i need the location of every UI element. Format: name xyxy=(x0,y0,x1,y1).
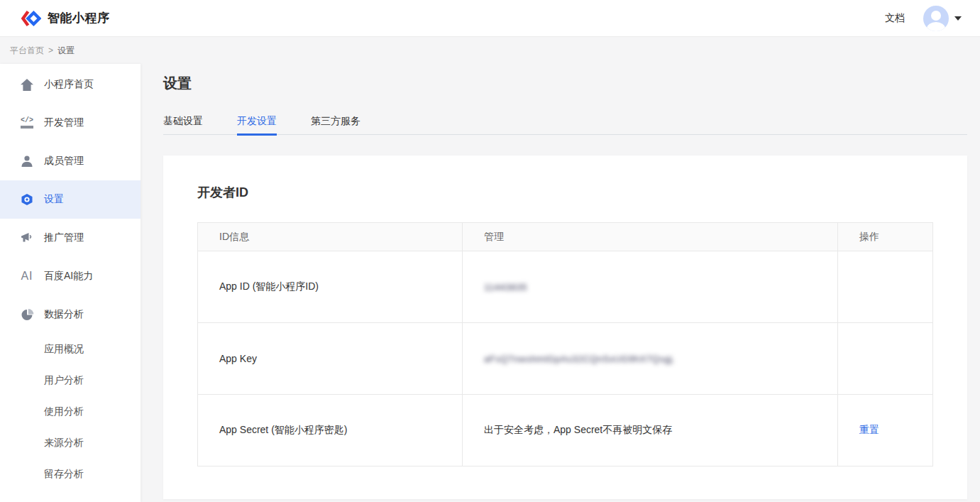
sidebar: 小程序首页 </> 开发管理 成员管理 设置 xyxy=(0,64,141,502)
app-key-action-cell xyxy=(838,323,933,395)
sidebar-item-label: 数据分析 xyxy=(44,308,84,321)
developer-id-table: ID信息 管理 操作 App ID (智能小程序ID) 11443835 App… xyxy=(197,222,933,466)
pie-chart-icon xyxy=(18,308,35,322)
user-menu[interactable] xyxy=(923,6,962,31)
sidebar-item-analytics[interactable]: 数据分析 xyxy=(0,295,141,334)
top-header: 智能小程序 文档 xyxy=(0,0,980,37)
gear-icon xyxy=(18,192,35,207)
ai-icon: AI xyxy=(18,270,35,283)
page-title: 设置 xyxy=(163,73,967,93)
app-key-label: App Key xyxy=(198,323,463,395)
app-id-value: 11443835 xyxy=(484,282,527,293)
breadcrumb-root[interactable]: 平台首页 xyxy=(10,45,44,57)
card-heading: 开发者ID xyxy=(197,184,933,201)
settings-tabs: 基础设置 开发设置 第三方服务 xyxy=(163,115,967,135)
reset-button[interactable]: 重置 xyxy=(859,424,879,435)
table-row: App Key aFsQ7nwshmtGpAs32CQnSxUG9hX7Qsgj… xyxy=(198,323,933,395)
sidebar-item-settings[interactable]: 设置 xyxy=(0,180,141,219)
column-header-action: 操作 xyxy=(838,223,933,251)
sidebar-item-promotion[interactable]: 推广管理 xyxy=(0,219,141,257)
sidebar-item-members[interactable]: 成员管理 xyxy=(0,142,141,180)
app-secret-label: App Secret (智能小程序密匙) xyxy=(198,395,463,466)
brand-title: 智能小程序 xyxy=(48,10,110,26)
app-secret-notice: 出于安全考虑，App Secret不再被明文保存 xyxy=(463,395,838,466)
tab-dev-settings[interactable]: 开发设置 xyxy=(237,115,277,134)
sidebar-item-label: 开发管理 xyxy=(44,116,84,129)
chevron-down-icon[interactable] xyxy=(954,16,962,21)
sidebar-item-baidu-ai[interactable]: AI 百度AI能力 xyxy=(0,257,141,295)
main-content: 设置 基础设置 开发设置 第三方服务 开发者ID ID信息 管理 操作 xyxy=(141,64,980,502)
sidebar-subitem-user-analysis[interactable]: 用户分析 xyxy=(0,365,141,396)
smartapp-logo-icon xyxy=(20,9,41,28)
tab-third-party-services[interactable]: 第三方服务 xyxy=(311,115,360,134)
sidebar-item-label: 设置 xyxy=(44,193,64,206)
app-id-action-cell xyxy=(838,251,933,323)
sidebar-item-label: 百度AI能力 xyxy=(44,270,93,283)
avatar[interactable] xyxy=(923,6,949,31)
breadcrumb-current: 设置 xyxy=(57,45,75,57)
table-header-row: ID信息 管理 操作 xyxy=(198,223,933,251)
sidebar-item-dev-management[interactable]: </> 开发管理 xyxy=(0,104,141,142)
sidebar-subitem-app-overview[interactable]: 应用概况 xyxy=(0,334,141,365)
sidebar-subitem-retention-analysis[interactable]: 留存分析 xyxy=(0,459,141,490)
app-id-label: App ID (智能小程序ID) xyxy=(198,251,463,323)
column-header-id-info: ID信息 xyxy=(198,223,463,251)
docs-link[interactable]: 文档 xyxy=(885,12,905,25)
sidebar-item-label: 推广管理 xyxy=(44,231,84,244)
column-header-management: 管理 xyxy=(463,223,838,251)
sidebar-subitem-source-analysis[interactable]: 来源分析 xyxy=(0,427,141,459)
brand[interactable]: 智能小程序 xyxy=(20,9,110,28)
sidebar-item-label: 小程序首页 xyxy=(44,78,94,91)
table-row: App Secret (智能小程序密匙) 出于安全考虑，App Secret不再… xyxy=(198,395,933,466)
breadcrumb: 平台首页 > 设置 xyxy=(0,37,980,64)
home-icon xyxy=(18,78,35,92)
sidebar-item-label: 成员管理 xyxy=(44,155,84,168)
member-icon xyxy=(18,155,35,168)
tab-basic-settings[interactable]: 基础设置 xyxy=(163,115,203,134)
sidebar-subitem-usage-analysis[interactable]: 使用分析 xyxy=(0,396,141,427)
sidebar-item-home[interactable]: 小程序首页 xyxy=(0,65,141,104)
developer-id-card: 开发者ID ID信息 管理 操作 App ID (智能小程序ID) 114438… xyxy=(163,155,967,499)
breadcrumb-separator: > xyxy=(48,45,53,55)
table-row: App ID (智能小程序ID) 11443835 xyxy=(198,251,933,323)
megaphone-icon xyxy=(18,231,35,244)
app-key-value: aFsQ7nwshmtGpAs32CQnSxUG9hX7Qsgj. xyxy=(484,354,675,364)
code-icon: </> xyxy=(18,117,35,129)
